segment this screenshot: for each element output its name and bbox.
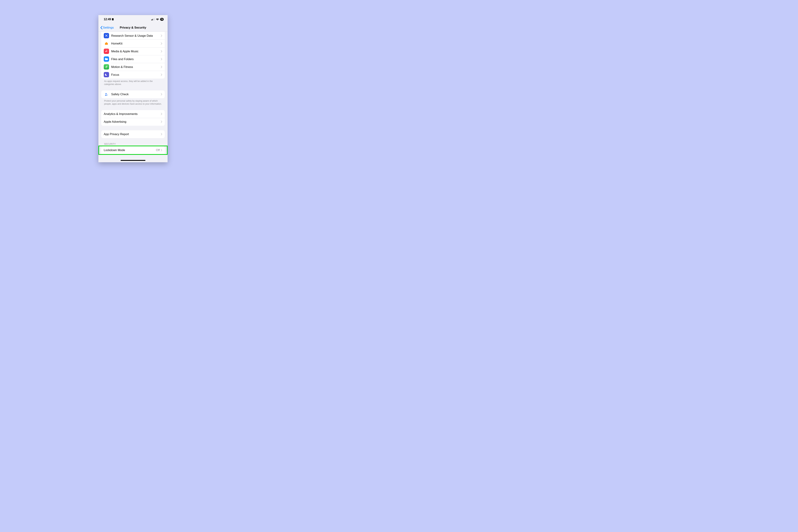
chevron-right-icon	[161, 93, 162, 95]
row-focus[interactable]: Focus	[101, 71, 165, 79]
battery-level: 79	[160, 18, 164, 21]
research-icon	[104, 33, 109, 38]
chevron-right-icon	[161, 133, 162, 135]
row-label: Safety Check	[111, 93, 161, 96]
svg-rect-5	[154, 18, 154, 20]
portrait-lock-icon	[112, 18, 114, 21]
running-icon	[104, 64, 109, 70]
row-value: Off	[156, 148, 160, 152]
chevron-right-icon	[161, 42, 162, 45]
row-lockdown-mode[interactable]: Lockdown Mode Off	[101, 146, 165, 154]
row-analytics[interactable]: Analytics & Improvements	[101, 110, 165, 118]
lockdown-wrapper: Lockdown Mode Off	[98, 146, 168, 154]
row-label: Motion & Fitness	[111, 65, 161, 69]
row-media[interactable]: Media & Apple Music	[101, 48, 165, 55]
svg-rect-2	[151, 19, 152, 20]
row-apple-ads[interactable]: Apple Advertising	[101, 118, 165, 126]
svg-point-1	[113, 20, 113, 20]
group-privacy-report: App Privacy Report	[101, 130, 165, 138]
chevron-right-icon	[161, 113, 162, 115]
row-research[interactable]: Research Sensor & Usage Data	[101, 32, 165, 40]
svg-rect-4	[153, 19, 154, 20]
row-label: Media & Apple Music	[111, 50, 161, 53]
chevron-right-icon	[161, 35, 162, 37]
chevron-right-icon	[161, 74, 162, 76]
nav-bar: Settings Privacy & Security	[98, 24, 168, 32]
group-safety: Safety Check	[101, 91, 165, 98]
wifi-icon	[156, 18, 159, 20]
row-label: Research Sensor & Usage Data	[111, 34, 161, 37]
back-button[interactable]: Settings	[100, 26, 114, 30]
svg-point-6	[107, 65, 107, 66]
home-indicator[interactable]	[120, 160, 146, 161]
row-label: Apple Advertising	[104, 120, 161, 124]
chevron-right-icon	[161, 66, 162, 68]
row-label: Focus	[111, 73, 161, 76]
svg-rect-3	[152, 19, 153, 20]
row-safety-check[interactable]: Safety Check	[101, 91, 165, 98]
row-label: App Privacy Report	[104, 132, 161, 136]
row-label: Files and Folders	[111, 57, 161, 61]
back-label: Settings	[103, 26, 114, 30]
music-icon	[104, 49, 109, 54]
row-files[interactable]: Files and Folders	[101, 55, 165, 63]
group-app-access: Research Sensor & Usage Data HomeKit Med…	[101, 32, 165, 79]
chevron-right-icon	[161, 149, 162, 151]
battery-indicator: 79	[160, 18, 164, 21]
chevron-right-icon	[161, 50, 162, 53]
row-label: Analytics & Improvements	[104, 112, 161, 116]
row-homekit[interactable]: HomeKit	[101, 40, 165, 48]
cellular-icon	[151, 18, 155, 20]
row-label: Lockdown Mode	[104, 148, 156, 152]
chevron-right-icon	[161, 58, 162, 60]
folder-icon	[104, 56, 109, 62]
group-analytics: Analytics & Improvements Apple Advertisi…	[101, 110, 165, 126]
row-motion[interactable]: Motion & Fitness	[101, 63, 165, 71]
status-time: 12:49	[104, 18, 111, 21]
chevron-right-icon	[161, 120, 162, 123]
group-security: Lockdown Mode Off	[101, 146, 165, 154]
row-app-privacy-report[interactable]: App Privacy Report	[101, 130, 165, 138]
safety-check-icon	[104, 92, 109, 97]
group-footer: Protect your personal safety by staying …	[104, 99, 162, 106]
svg-point-7	[106, 93, 107, 94]
row-label: HomeKit	[111, 42, 161, 45]
homekit-icon	[104, 41, 109, 46]
status-bar: 12:49 79	[98, 15, 168, 24]
group-footer: As apps request access, they will be add…	[104, 80, 162, 86]
phone-frame: 12:49 79	[98, 15, 168, 162]
moon-icon	[104, 72, 109, 77]
content-scroll[interactable]: Research Sensor & Usage Data HomeKit Med…	[98, 32, 168, 162]
section-header-security: Security	[104, 143, 162, 145]
chevron-left-icon	[100, 26, 102, 30]
